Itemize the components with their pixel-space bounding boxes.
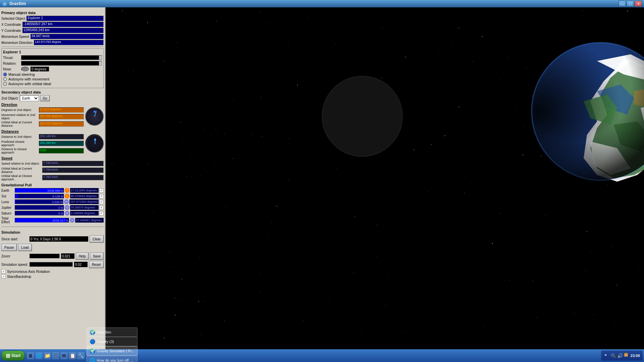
save-button[interactable]: Save: [90, 252, 104, 260]
deg-to-2nd-row: Degrees to 2nd object: 17.413 degrees: [1, 107, 84, 113]
stars-checkbox[interactable]: [1, 274, 6, 279]
star: [224, 134, 225, 134]
distance-compass: [85, 134, 104, 153]
taskbar-icon-folder[interactable]: 📁: [44, 352, 51, 359]
clear-button[interactable]: Clear: [90, 235, 104, 243]
star: [482, 70, 482, 70]
clock-time: 23:00: [631, 354, 640, 358]
maximize-button[interactable]: □: [627, 1, 634, 7]
dist-fields: Distance to 2nd object: 202.149 km Predi…: [1, 134, 84, 155]
close-button[interactable]: ✕: [635, 1, 642, 7]
radio-manual-label: Manual steering: [8, 72, 35, 76]
star: [233, 158, 234, 159]
star: [331, 306, 331, 306]
star: [279, 291, 279, 291]
since-value: 0 Yrs, 0 Days 1:56.9: [30, 236, 88, 242]
grav-checkbox[interactable]: ✓: [99, 194, 104, 198]
star: [522, 279, 522, 279]
taskbar-btn-how-do-you[interactable]: 🌐How do you turn off ...: [87, 356, 137, 362]
taskbar-btn-gravity3[interactable]: 🔵Gravity (3): [87, 337, 137, 346]
orbital-curr-row: Orbital Ideal at Current distance . 7.78…: [1, 167, 104, 174]
grav-bar-container: 0.035 N: [15, 199, 63, 204]
taskbar-buttons: 🌍GravSim🔵Gravity (3)🌍Gravity Simulator |…: [87, 327, 137, 362]
taskbar-icon-ie[interactable]: 🌐: [35, 352, 43, 359]
tray-network[interactable]: 🔌: [610, 353, 616, 358]
star: [201, 334, 201, 334]
x-coord-row: X Coordinate: -1465505I7.267 km: [1, 22, 104, 27]
dist-closest-label: Distance to closest approach:: [1, 147, 38, 154]
grav-row: Saturn0 N2.198084 degrees✓: [1, 211, 104, 216]
taskbar-icon-mail[interactable]: ✉: [60, 352, 68, 359]
star: [224, 321, 225, 321]
taskbar-btn-icon: 🌐: [90, 358, 95, 362]
star: [537, 317, 537, 318]
sim-speed-value: 0.02: [74, 262, 88, 267]
grav-checkbox[interactable]: ✓: [99, 205, 104, 210]
star: [271, 222, 271, 223]
taskbar-icon-extra2[interactable]: 🔧: [77, 352, 85, 359]
star: [267, 308, 267, 308]
nose-indicator: [21, 67, 29, 71]
taskbar-icon-desktop[interactable]: 🖥: [27, 352, 34, 359]
grav-degrees: 85.078943 degrees: [70, 194, 99, 198]
star: [180, 122, 181, 123]
reset-button[interactable]: Reset: [89, 261, 104, 268]
grav-checkbox[interactable]: ✓: [99, 188, 104, 193]
radio-movement-row: Autosynv with movement: [3, 77, 102, 81]
star: [336, 169, 337, 169]
taskbar-btn-gravsim-app[interactable]: 🌍GravSim: [87, 327, 137, 337]
zoom-slider[interactable]: [30, 254, 60, 258]
star: [388, 275, 388, 275]
start-button[interactable]: ⊞ Start: [1, 351, 25, 361]
star: [183, 141, 183, 141]
taskbar-icon-media[interactable]: 🎵: [52, 352, 59, 359]
secondary-section: Secondary object data 2nd Object: Earth …: [1, 90, 104, 181]
quick-launch: 🖥 🌐 📁 🎵 ✉ 📋 🔧: [27, 352, 85, 359]
star: [594, 314, 594, 315]
orbital-ideal-value: 297.413 degrees: [39, 121, 84, 127]
star: [313, 32, 313, 33]
tray-arrow[interactable]: ◄: [604, 353, 609, 358]
grav-checkbox[interactable]: ✓: [99, 200, 104, 204]
star: [153, 212, 154, 212]
selected-value: Explorer 1: [26, 16, 104, 21]
tray-signal[interactable]: 📶: [624, 353, 629, 358]
radio-orbital-row: Autosynv with orbital ideal: [3, 82, 102, 86]
star: [181, 300, 181, 300]
nose-degrees: 0 degrees: [31, 67, 49, 71]
y-coord-row: Y Coordinate: 128I5493.243 km: [1, 28, 104, 33]
grav-section-title: Gravitational Pull: [1, 183, 104, 187]
radio-manual[interactable]: [3, 72, 7, 76]
moon-shadow: [320, 74, 404, 158]
synvros-checkbox[interactable]: [1, 269, 6, 274]
obj2-select[interactable]: Earth Sol Luna Jupiter Saturn: [20, 95, 39, 101]
radio-autosynv-orbital[interactable]: [3, 82, 7, 86]
minimize-button[interactable]: —: [619, 1, 626, 7]
pause-button[interactable]: Pause: [1, 244, 17, 251]
taskbar-btn-icon: 🌍: [90, 348, 95, 354]
rotation-slider[interactable]: [21, 61, 102, 66]
taskbar-icon-extra1[interactable]: 📋: [69, 352, 76, 359]
tray-volume[interactable]: 🔊: [617, 353, 623, 358]
help-button[interactable]: Help: [76, 252, 89, 260]
x-label: X Coordinate:: [1, 23, 22, 26]
zoom-row: Zoom: 0.021 Help Save: [1, 252, 104, 260]
taskbar-btn-grav-sim-fr[interactable]: 🌍Gravity Simulator | Fr...: [87, 346, 137, 356]
radio-autosynv-movement[interactable]: [3, 77, 7, 81]
zoom-value: 0.021: [61, 253, 74, 259]
svg-point-8: [322, 76, 402, 157]
star: [459, 27, 459, 28]
thrust-slider[interactable]: [21, 55, 102, 60]
star: [339, 74, 340, 74]
grav-bar-container: 0 N: [15, 205, 64, 210]
go-button[interactable]: Go: [40, 95, 49, 101]
sim-speed-slider[interactable]: [30, 262, 73, 267]
grav-checkbox[interactable]: ✓: [99, 211, 104, 216]
primary-section-title: Primary object data: [1, 11, 104, 15]
star: [607, 185, 608, 185]
star: [310, 189, 310, 189]
star: [191, 104, 192, 104]
momentum-dir-row: Momentum Direction: 142.871783 degree: [1, 40, 104, 45]
dist-to-2nd-row: Distance to 2nd object: 202.149 km: [1, 134, 84, 139]
load-button[interactable]: Load: [18, 244, 32, 251]
